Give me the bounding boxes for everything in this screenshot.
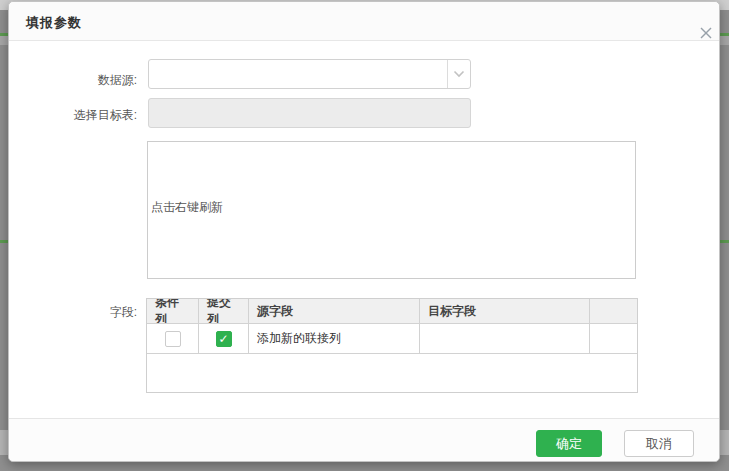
ok-button[interactable]: 确定 xyxy=(536,430,602,457)
column-header-submit: 提交列 xyxy=(199,299,249,323)
target-table-label: 选择目标表: xyxy=(37,107,137,124)
condition-checkbox[interactable] xyxy=(165,331,181,347)
close-icon[interactable] xyxy=(697,24,715,42)
dialog-title: 填报参数 xyxy=(26,14,82,32)
condition-cell xyxy=(147,324,199,353)
table-tree-panel[interactable]: 点击右键刷新 xyxy=(147,141,636,279)
fill-report-params-dialog: 填报参数 数据源: 选择目标表: 点击右键刷新 字段: 条件列 提交列 源字段 … xyxy=(8,1,720,462)
table-row: ✓ 添加新的联接列 xyxy=(147,324,637,354)
dialog-footer: 确定 取消 xyxy=(9,418,719,461)
column-header-target-field: 目标字段 xyxy=(420,299,590,323)
extra-cell xyxy=(590,324,637,353)
datasource-label: 数据源: xyxy=(37,72,137,89)
chevron-down-icon xyxy=(447,60,470,88)
fields-grid-header: 条件列 提交列 源字段 目标字段 xyxy=(147,299,637,324)
submit-checkbox[interactable]: ✓ xyxy=(216,331,232,347)
check-icon: ✓ xyxy=(218,333,228,345)
column-header-extra xyxy=(590,299,637,323)
cancel-button[interactable]: 取消 xyxy=(624,430,694,457)
dialog-titlebar: 填报参数 xyxy=(9,2,719,41)
fields-label: 字段: xyxy=(37,304,137,321)
datasource-select[interactable] xyxy=(148,59,471,89)
column-header-condition: 条件列 xyxy=(147,299,199,323)
source-field-cell[interactable]: 添加新的联接列 xyxy=(249,324,420,353)
target-table-input[interactable] xyxy=(148,98,471,128)
column-header-source-field: 源字段 xyxy=(249,299,420,323)
target-field-cell[interactable] xyxy=(420,324,590,353)
tree-refresh-hint: 点击右键刷新 xyxy=(151,199,223,216)
submit-cell: ✓ xyxy=(199,324,249,353)
fields-grid: 条件列 提交列 源字段 目标字段 ✓ 添加新的联接列 xyxy=(146,298,638,393)
